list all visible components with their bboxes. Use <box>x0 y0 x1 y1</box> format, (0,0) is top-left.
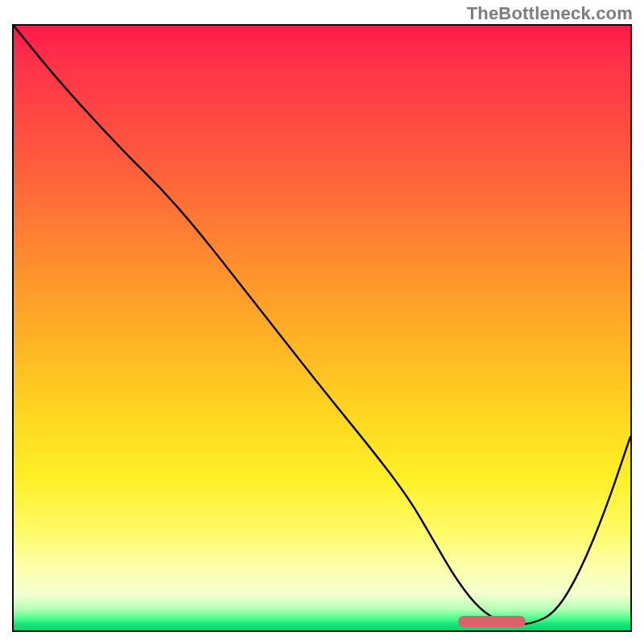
bottleneck-curve-svg <box>14 26 630 630</box>
bottleneck-chart: TheBottleneck.com <box>0 0 644 644</box>
watermark-text: TheBottleneck.com <box>467 3 633 24</box>
plot-area <box>12 24 632 632</box>
optimal-range-marker <box>458 616 526 627</box>
bottleneck-curve <box>14 26 630 625</box>
